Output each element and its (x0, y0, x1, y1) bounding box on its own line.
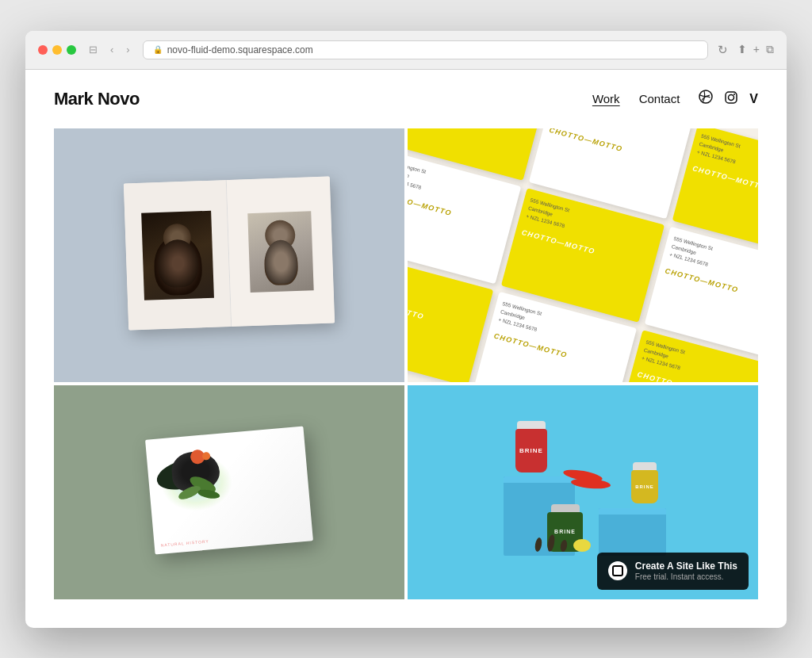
close-button[interactable] (38, 45, 48, 55)
browser-controls: ⊟ ‹ › (86, 42, 133, 57)
minimize-button[interactable] (52, 45, 62, 55)
jar-body-yellow: BRINE (631, 470, 658, 503)
platform-short (599, 508, 666, 556)
svg-point-3 (733, 94, 735, 95)
dribbble-icon[interactable] (699, 90, 713, 108)
banner-main-text: Create A Site Like This (635, 560, 737, 572)
nav-icons: V (699, 90, 758, 108)
portfolio-grid: 555 Wellington StCambridge+ NZL 1234 567… (54, 128, 758, 599)
bird-book-cover: NATURAL HISTORY (145, 426, 313, 554)
address-bar[interactable]: 🔒 novo-fluid-demo.squarespace.com (143, 40, 708, 59)
nav-work[interactable]: Work (592, 92, 620, 105)
jar-lid-yellow (633, 462, 657, 470)
jar-red: BRINE (515, 421, 547, 472)
browser-window: ⊟ ‹ › 🔒 novo-fluid-demo.squarespace.com … (25, 31, 787, 628)
book-photo-right (247, 210, 313, 292)
jar-label-yellow: BRINE (635, 484, 654, 489)
bird-book-visual: NATURAL HISTORY (150, 433, 308, 552)
share-button[interactable]: ⬆ (737, 43, 747, 56)
portfolio-item-bird-book[interactable]: NATURAL HISTORY (54, 385, 404, 599)
pod3 (560, 539, 568, 552)
lock-icon: 🔒 (153, 45, 163, 54)
portfolio-item-cards[interactable]: 555 Wellington StCambridge+ NZL 1234 567… (408, 128, 758, 382)
new-tab-button[interactable]: + (753, 43, 760, 56)
jar-body-red: BRINE (515, 429, 547, 472)
squarespace-logo (608, 561, 627, 580)
pepper2 (571, 476, 611, 489)
jar-lid-red (517, 421, 546, 429)
svg-point-2 (729, 94, 734, 100)
book-page-right (227, 176, 335, 326)
jar-label-red: BRINE (519, 447, 543, 454)
banner-sub-text: Free trial. Instant access. (635, 572, 737, 582)
nav-contact[interactable]: Contact (639, 92, 680, 105)
pod2 (546, 534, 556, 552)
jar-yellow: BRINE (631, 462, 658, 503)
browser-chrome: ⊟ ‹ › 🔒 novo-fluid-demo.squarespace.com … (25, 31, 787, 70)
traffic-lights (38, 45, 76, 55)
vimeo-icon[interactable]: V (749, 92, 758, 106)
url-text: novo-fluid-demo.squarespace.com (167, 44, 313, 55)
book-visual (126, 180, 332, 331)
site-logo[interactable]: Mark Novo (54, 89, 140, 109)
squarespace-logo-inner (612, 565, 623, 576)
jar-lid-green (551, 504, 580, 512)
page-content: Mark Novo Work Contact (25, 70, 787, 599)
refresh-button[interactable]: ↻ (718, 43, 728, 57)
squarespace-banner[interactable]: Create A Site Like This Free trial. Inst… (597, 553, 749, 589)
book-page-left (124, 180, 232, 330)
banner-text: Create A Site Like This Free trial. Inst… (635, 560, 737, 581)
back-button[interactable]: ‹ (107, 42, 117, 57)
sidebar-toggle-icon[interactable]: ⊟ (86, 42, 101, 57)
book-photo-left (141, 210, 214, 300)
portfolio-item-book[interactable] (54, 128, 404, 382)
maximize-button[interactable] (67, 45, 76, 55)
copy-button[interactable]: ⧉ (766, 43, 774, 56)
instagram-icon[interactable] (724, 90, 738, 108)
forward-button[interactable]: › (123, 42, 132, 57)
book-spine-text: NATURAL HISTORY (160, 538, 209, 547)
small-items (535, 534, 591, 552)
browser-actions: ⬆ + ⧉ (737, 43, 774, 56)
cards-grid: 555 Wellington StCambridge+ NZL 1234 567… (408, 128, 758, 382)
site-nav: Work Contact (592, 90, 758, 108)
lemon (573, 539, 591, 552)
svg-rect-1 (726, 92, 737, 103)
site-header: Mark Novo Work Contact (25, 70, 787, 128)
book-spread (124, 176, 335, 330)
portfolio-item-jars[interactable]: BRINE BRINE (408, 385, 758, 599)
pod1 (534, 537, 542, 552)
